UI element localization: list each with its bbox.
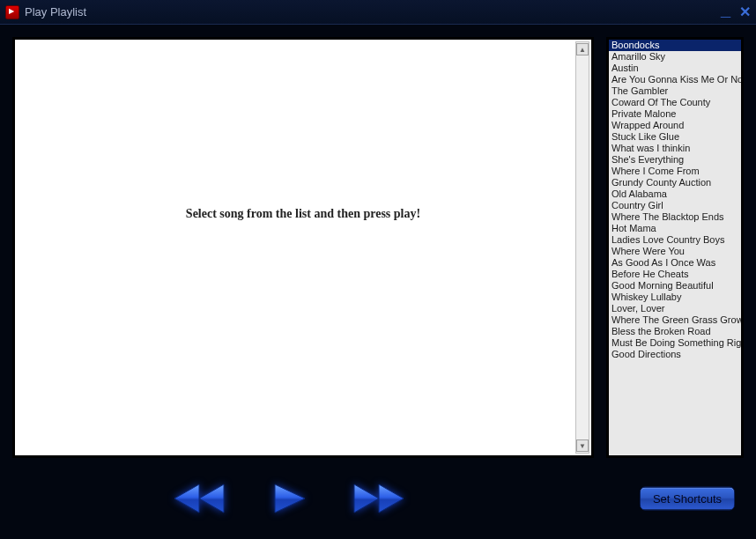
list-item[interactable]: She's Everything [609,154,741,166]
fast-forward-icon [351,481,407,516]
list-item[interactable]: Lover, Lover [609,303,741,314]
scroll-down-icon[interactable]: ▼ [576,439,589,452]
titlebar: Play Playlist _ ✕ [0,0,756,25]
list-item[interactable]: Good Morning Beautiful [609,280,741,292]
list-item[interactable]: Ladies Love Country Boys [609,234,741,246]
list-item[interactable]: Where Were You [609,246,741,257]
close-button[interactable]: ✕ [739,5,751,19]
list-item[interactable]: Country Girl [609,200,741,211]
list-item[interactable]: Boondocks [609,40,741,51]
list-item[interactable]: Whiskey Lullaby [609,292,741,303]
list-item[interactable]: Old Alabama [609,188,741,200]
window-controls: _ ✕ [721,4,751,21]
list-item[interactable]: Bless the Broken Road [609,326,741,337]
playlist-listbox[interactable]: BoondocksAmarillo SkyAustinAre You Gonna… [606,37,744,458]
scroll-up-icon[interactable]: ▲ [576,43,589,55]
list-item[interactable]: Stuck Like Glue [609,131,741,143]
svg-marker-2 [275,484,305,513]
list-item[interactable]: Where The Blacktop Ends [609,211,741,223]
svg-marker-3 [354,484,379,513]
window-title: Play Playlist [25,5,721,18]
list-item[interactable]: Amarillo Sky [609,51,741,63]
list-item[interactable]: As Good As I Once Was [609,257,741,269]
next-button[interactable] [351,481,407,516]
list-item[interactable]: Wrapped Around [609,120,741,131]
list-item[interactable]: What was I thinkin [609,143,741,154]
list-item[interactable]: Coward Of The County [609,97,741,108]
svg-marker-0 [174,484,199,513]
video-prompt: Select song from the list and then press… [186,207,420,221]
list-item[interactable]: Hot Mama [609,223,741,234]
previous-button[interactable] [171,481,227,516]
set-shortcuts-button[interactable]: Set Shortcuts [640,487,735,511]
transport-controls [171,481,407,516]
minimize-button[interactable]: _ [721,0,730,18]
list-item[interactable]: Must Be Doing Something Right [609,337,741,349]
list-item[interactable]: The Gambler [609,85,741,97]
list-item[interactable]: Grundy County Auction [609,177,741,188]
list-item[interactable]: Good Directions [609,349,741,360]
list-item[interactable]: Where The Green Grass Grows [609,314,741,326]
play-button[interactable] [270,481,308,516]
list-item[interactable]: Private Malone [609,108,741,120]
rewind-icon [171,481,227,516]
svg-marker-1 [199,484,224,513]
list-item[interactable]: Before He Cheats [609,269,741,280]
list-item[interactable]: Are You Gonna Kiss Me Or Not [609,74,741,85]
list-item[interactable]: Where I Come From [609,166,741,177]
client-area: Select song from the list and then press… [0,25,756,539]
control-bar: Set Shortcuts [12,458,744,539]
video-scrollbar[interactable]: ▲ ▼ [575,41,589,454]
svg-marker-4 [379,484,404,513]
main-row: Select song from the list and then press… [12,37,744,458]
list-item[interactable]: Austin [609,63,741,74]
play-icon [270,481,308,516]
video-panel: Select song from the list and then press… [12,37,594,458]
app-icon [5,5,19,19]
